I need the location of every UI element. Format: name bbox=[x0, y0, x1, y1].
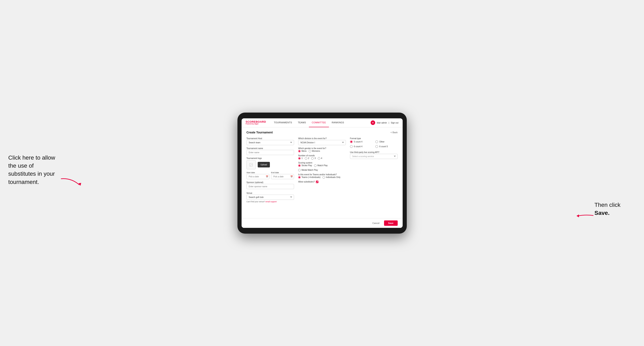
end-date-wrapper: 📅 bbox=[271, 174, 294, 179]
individuals-only[interactable]: Individuals Only bbox=[322, 176, 340, 178]
end-date-field: End date 📅 bbox=[271, 171, 294, 179]
navigation: SCOREBOARD Powered by clippd TOURNAMENTS… bbox=[242, 118, 403, 127]
form-col2: Which division is the event for? NCAA Di… bbox=[298, 137, 346, 183]
logo-scoreboard: SCOREBOARD bbox=[246, 120, 266, 123]
teams-field: Is this event for Teams and/or Individua… bbox=[298, 173, 346, 178]
format-5count4[interactable]: 5 count 4 bbox=[350, 140, 372, 143]
gender-womens[interactable]: Womens bbox=[309, 150, 320, 152]
calendar-icon: 📅 bbox=[266, 175, 268, 178]
teams-plus-individuals[interactable]: Teams (+Individuals) bbox=[298, 176, 320, 178]
save-button[interactable]: Save bbox=[384, 220, 398, 226]
round-4[interactable]: 4 bbox=[318, 157, 322, 160]
tournament-logo-label: Tournament logo bbox=[246, 157, 294, 159]
venue-field: Venue Search golf club Can't find your v… bbox=[246, 192, 294, 203]
teams-radio-group: Teams (+Individuals) Individuals Only bbox=[298, 176, 346, 178]
arrow-left-icon bbox=[59, 177, 84, 189]
tournament-host-select[interactable]: Search team bbox=[246, 140, 294, 145]
cant-find-venue: Can't find your venue? email support bbox=[246, 201, 294, 203]
nav-links: TOURNAMENTS TEAMS COMMITTEE RANKINGS bbox=[271, 118, 371, 127]
start-date-field: Start date 📅 bbox=[246, 171, 270, 179]
form-columns: Tournament Host Search team Tournament n… bbox=[246, 137, 398, 203]
substitutes-field: Allow substitutes? bbox=[298, 181, 346, 183]
gender-radio-group: Mens Womens bbox=[298, 150, 346, 152]
scoring-api-label: Use third-party live scoring API? bbox=[350, 151, 398, 154]
logo-placeholder bbox=[246, 160, 256, 169]
tournament-host-field: Tournament Host Search team bbox=[246, 137, 294, 145]
tournament-host-label: Tournament Host bbox=[246, 137, 294, 140]
start-date-label: Start date bbox=[246, 171, 270, 173]
scoring-stroke[interactable]: Stroke Play bbox=[298, 164, 312, 167]
nav-tournaments[interactable]: TOURNAMENTS bbox=[271, 118, 295, 127]
round-2[interactable]: 2 bbox=[305, 157, 309, 160]
scoring-service-select[interactable]: Select a scoring service Golfgenius Golf… bbox=[350, 154, 398, 159]
division-label: Which division is the event for? bbox=[298, 137, 346, 140]
form-col1: Tournament Host Search team Tournament n… bbox=[246, 137, 294, 203]
round-1[interactable]: 1 bbox=[298, 157, 303, 160]
rounds-label: Number of rounds bbox=[298, 155, 346, 157]
format-6count5[interactable]: 6 count 5 bbox=[375, 145, 398, 148]
avatar: B bbox=[371, 120, 375, 125]
scoring-label: Scoring system bbox=[298, 162, 346, 164]
annotation-right: Then click Save. bbox=[594, 201, 636, 217]
nav-teams[interactable]: TEAMS bbox=[295, 118, 309, 127]
page-title: Create Tournament bbox=[246, 131, 273, 134]
round-3[interactable]: 3 bbox=[311, 157, 316, 160]
scoring-match[interactable]: Match Play bbox=[314, 164, 328, 167]
sponsor-field: Sponsor (optional) bbox=[246, 181, 294, 189]
back-link[interactable]: < Back bbox=[391, 131, 398, 134]
cancel-button[interactable]: Cancel bbox=[370, 221, 382, 226]
app-logo: SCOREBOARD Powered by clippd bbox=[246, 120, 266, 125]
nav-user: B blair admin | Sign out bbox=[371, 120, 398, 125]
format-type-label: Format type bbox=[350, 137, 398, 140]
date-row: Start date 📅 End date 📅 bbox=[246, 171, 294, 179]
gender-mens[interactable]: Mens bbox=[298, 150, 306, 152]
venue-label: Venue bbox=[246, 192, 294, 194]
venue-select[interactable]: Search golf club bbox=[246, 195, 294, 200]
calendar-end-icon: 📅 bbox=[290, 175, 293, 178]
teams-label: Is this event for Teams and/or Individua… bbox=[298, 173, 346, 176]
substitutes-label: Allow substitutes? bbox=[298, 181, 315, 183]
gender-field: Which gender is the event for? Mens Wome… bbox=[298, 147, 346, 152]
content-area: Create Tournament < Back Tournament Host… bbox=[242, 127, 403, 218]
nav-committee[interactable]: COMMITTEE bbox=[309, 118, 329, 127]
page-header: Create Tournament < Back bbox=[246, 131, 398, 134]
scoring-medal[interactable]: Medal Match Play bbox=[298, 169, 318, 171]
rounds-radio-group: 1 2 3 bbox=[298, 157, 346, 160]
svg-marker-3 bbox=[576, 214, 579, 217]
tablet-screen: SCOREBOARD Powered by clippd TOURNAMENTS… bbox=[242, 118, 403, 228]
end-date-label: End date bbox=[271, 171, 294, 173]
division-select[interactable]: NCAA Division I NCAA Division II NCAA Di… bbox=[298, 140, 346, 145]
annotation-left: Click here to allow the use of substitut… bbox=[8, 154, 62, 186]
substitutes-checkbox[interactable] bbox=[316, 181, 318, 183]
sponsor-input[interactable] bbox=[246, 184, 294, 189]
tournament-logo-field: Tournament logo Upload bbox=[246, 157, 294, 169]
logo-upload: Upload bbox=[246, 160, 294, 169]
logo-powered: Powered by clippd bbox=[246, 123, 266, 125]
format-6count4[interactable]: 6 count 4 bbox=[350, 145, 372, 148]
image-icon bbox=[249, 163, 253, 167]
sign-out-link[interactable]: Sign out bbox=[391, 122, 398, 124]
sponsor-label: Sponsor (optional) bbox=[246, 181, 294, 183]
division-field: Which division is the event for? NCAA Di… bbox=[298, 137, 346, 145]
bottom-bar: Cancel Save bbox=[242, 218, 403, 228]
tablet-device: SCOREBOARD Powered by clippd TOURNAMENTS… bbox=[238, 113, 407, 234]
arrow-right-icon bbox=[575, 211, 596, 220]
rounds-field: Number of rounds 1 2 bbox=[298, 155, 346, 160]
scoring-api-field: Use third-party live scoring API? Select… bbox=[350, 151, 398, 159]
upload-button[interactable]: Upload bbox=[258, 162, 270, 168]
format-other[interactable]: Other bbox=[375, 140, 398, 143]
email-support-link[interactable]: email support bbox=[266, 201, 277, 203]
tournament-name-label: Tournament name bbox=[246, 147, 294, 150]
start-date-wrapper: 📅 bbox=[246, 174, 270, 179]
tournament-name-field: Tournament name bbox=[246, 147, 294, 155]
format-type-field: Format type 5 count 4 Other bbox=[350, 137, 398, 149]
substitutes-checkbox-option[interactable]: Allow substitutes? bbox=[298, 181, 346, 183]
separator: | bbox=[388, 122, 389, 124]
svg-point-2 bbox=[250, 164, 251, 164]
tournament-name-input[interactable] bbox=[246, 150, 294, 155]
form-col3: Format type 5 count 4 Other bbox=[350, 137, 398, 159]
gender-label: Which gender is the event for? bbox=[298, 147, 346, 150]
nav-rankings[interactable]: RANKINGS bbox=[329, 118, 347, 127]
scoring-field: Scoring system Stroke Play Match Play bbox=[298, 162, 346, 171]
user-name: blair admin bbox=[377, 122, 387, 124]
